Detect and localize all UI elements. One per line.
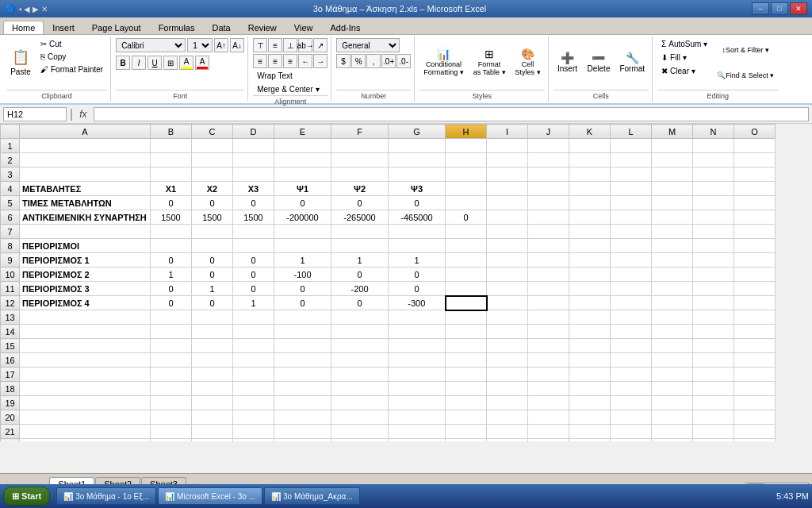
cell-H18[interactable] xyxy=(446,382,487,396)
cell-C5[interactable]: 0 xyxy=(192,196,233,210)
cell-I21[interactable] xyxy=(487,425,528,439)
row-header-22[interactable]: 22 xyxy=(1,439,20,442)
cell-N18[interactable] xyxy=(693,382,734,396)
cell-C15[interactable] xyxy=(192,339,233,353)
cell-K12[interactable] xyxy=(569,296,611,310)
cell-M15[interactable] xyxy=(652,339,693,353)
tab-page-layout[interactable]: Page Layout xyxy=(83,21,150,34)
cell-E6[interactable]: -200000 xyxy=(274,210,331,225)
cell-N13[interactable] xyxy=(693,310,734,325)
cell-D5[interactable]: 0 xyxy=(233,196,274,210)
cell-J7[interactable] xyxy=(528,225,569,239)
cell-N15[interactable] xyxy=(693,339,734,353)
cell-N12[interactable] xyxy=(693,296,734,310)
cell-C4[interactable]: Χ2 xyxy=(192,182,233,196)
cell-L10[interactable] xyxy=(611,267,652,282)
cell-H10[interactable] xyxy=(446,267,487,282)
cell-C20[interactable] xyxy=(192,410,233,425)
cut-button[interactable]: ✂ Cut xyxy=(36,38,107,50)
cell-O5[interactable] xyxy=(734,196,776,210)
align-right-button[interactable]: ≡ xyxy=(283,54,297,68)
cell-G9[interactable]: 1 xyxy=(389,253,446,267)
align-center-button[interactable]: ≡ xyxy=(268,54,282,68)
font-family-select[interactable]: Calibri xyxy=(116,38,186,52)
increase-decimal-button[interactable]: .0+ xyxy=(381,54,396,68)
cell-O1[interactable] xyxy=(734,139,776,153)
cell-B14[interactable] xyxy=(151,325,192,339)
cell-O17[interactable] xyxy=(734,368,776,382)
col-header-E[interactable]: E xyxy=(274,125,331,139)
maximize-button[interactable]: □ xyxy=(771,2,788,15)
cell-M3[interactable] xyxy=(652,167,693,182)
cell-I11[interactable] xyxy=(487,282,528,296)
cell-H15[interactable] xyxy=(446,339,487,353)
cell-K14[interactable] xyxy=(569,325,611,339)
cell-D14[interactable] xyxy=(233,325,274,339)
cell-N11[interactable] xyxy=(693,282,734,296)
col-header-N[interactable]: N xyxy=(693,125,734,139)
cell-G16[interactable] xyxy=(389,353,446,368)
cell-I3[interactable] xyxy=(487,167,528,182)
cell-E12[interactable]: 0 xyxy=(274,296,331,310)
cell-M7[interactable] xyxy=(652,225,693,239)
cell-H19[interactable] xyxy=(446,396,487,410)
cell-F1[interactable] xyxy=(331,139,389,153)
cell-H14[interactable] xyxy=(446,325,487,339)
cell-F9[interactable]: 1 xyxy=(331,253,389,267)
cell-C22[interactable] xyxy=(192,439,233,442)
cell-B2[interactable] xyxy=(151,153,192,167)
tab-home[interactable]: Home xyxy=(3,21,44,34)
cell-C1[interactable] xyxy=(192,139,233,153)
cell-N19[interactable] xyxy=(693,396,734,410)
cell-I1[interactable] xyxy=(487,139,528,153)
cell-G6[interactable]: -465000 xyxy=(389,210,446,225)
cell-K13[interactable] xyxy=(569,310,611,325)
format-as-table-button[interactable]: ⊞ Format as Table ▾ xyxy=(469,38,510,86)
start-button[interactable]: ⊞ Start xyxy=(3,487,50,506)
cell-B10[interactable]: 1 xyxy=(151,267,192,282)
cell-L4[interactable] xyxy=(611,182,652,196)
comma-button[interactable]: , xyxy=(366,54,381,68)
cell-N10[interactable] xyxy=(693,267,734,282)
cell-A18[interactable] xyxy=(20,382,151,396)
cell-N6[interactable] xyxy=(693,210,734,225)
cell-F8[interactable] xyxy=(331,239,389,253)
cell-D2[interactable] xyxy=(233,153,274,167)
cell-I20[interactable] xyxy=(487,410,528,425)
cell-E10[interactable]: -100 xyxy=(274,267,331,282)
cell-G7[interactable] xyxy=(389,225,446,239)
cell-F3[interactable] xyxy=(331,167,389,182)
col-header-A[interactable]: A xyxy=(20,125,151,139)
cell-E18[interactable] xyxy=(274,382,331,396)
cell-H21[interactable] xyxy=(446,425,487,439)
cell-D19[interactable] xyxy=(233,396,274,410)
cell-J10[interactable] xyxy=(528,267,569,282)
cell-G20[interactable] xyxy=(389,410,446,425)
formula-input[interactable] xyxy=(94,107,810,121)
col-header-O[interactable]: O xyxy=(734,125,776,139)
cell-I7[interactable] xyxy=(487,225,528,239)
cell-B22[interactable] xyxy=(151,439,192,442)
cell-L19[interactable] xyxy=(611,396,652,410)
cell-J2[interactable] xyxy=(528,153,569,167)
cell-E22[interactable] xyxy=(274,439,331,442)
cell-B15[interactable] xyxy=(151,339,192,353)
cell-I18[interactable] xyxy=(487,382,528,396)
cell-A14[interactable] xyxy=(20,325,151,339)
tab-insert[interactable]: Insert xyxy=(44,21,83,34)
cell-C6[interactable]: 1500 xyxy=(192,210,233,225)
font-color-button[interactable]: A xyxy=(195,56,209,70)
cell-O21[interactable] xyxy=(734,425,776,439)
cell-D10[interactable]: 0 xyxy=(233,267,274,282)
cell-F4[interactable]: Ψ2 xyxy=(331,182,389,196)
cell-M17[interactable] xyxy=(652,368,693,382)
cell-K10[interactable] xyxy=(569,267,611,282)
fill-color-button[interactable]: A xyxy=(179,56,193,70)
title-bar-controls[interactable]: – □ ✕ xyxy=(752,2,807,15)
cell-H3[interactable] xyxy=(446,167,487,182)
cell-D8[interactable] xyxy=(233,239,274,253)
cell-J11[interactable] xyxy=(528,282,569,296)
cell-H11[interactable] xyxy=(446,282,487,296)
cell-L17[interactable] xyxy=(611,368,652,382)
row-header-11[interactable]: 11 xyxy=(1,282,20,296)
